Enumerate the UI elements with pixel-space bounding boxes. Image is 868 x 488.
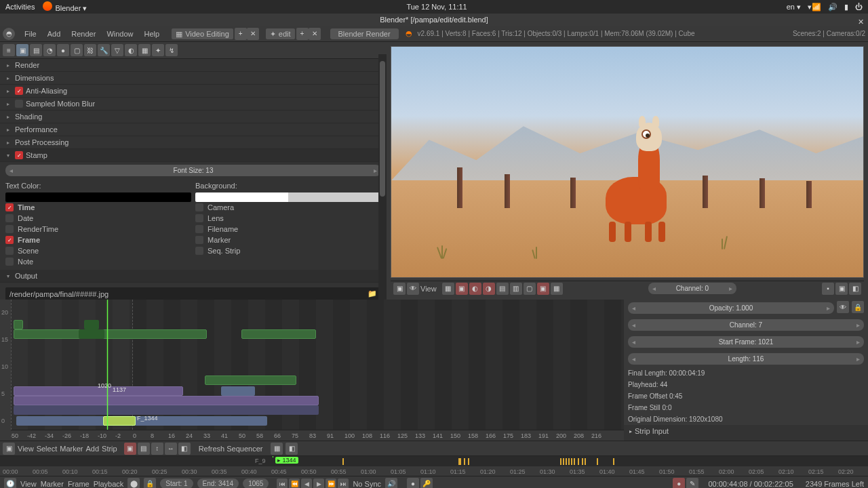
seq-strip-menu[interactable]: Strip: [102, 445, 117, 453]
layout-del-icon[interactable]: ✕: [247, 28, 259, 40]
jump-start-icon[interactable]: ⏮: [277, 479, 288, 489]
tl-lock-icon[interactable]: 🔒: [144, 478, 156, 489]
tl-frame-menu[interactable]: Frame: [68, 480, 90, 488]
timeline-marker[interactable]: [566, 458, 567, 465]
tab-layers-icon[interactable]: ▤: [30, 44, 42, 56]
timeline-marker[interactable]: [574, 458, 575, 465]
seq-disp-icon-2[interactable]: ▤: [138, 443, 150, 455]
tl-playback-menu[interactable]: Playback: [94, 480, 124, 488]
timeline-marker[interactable]: [582, 458, 583, 465]
tl-rec-icon[interactable]: ⬤: [127, 478, 140, 489]
tl-ruler[interactable]: 00:0000:0500:1000:1500:2000:2500:3000:35…: [0, 466, 868, 476]
output-path-field[interactable]: /render/pampa/final/#####.jpg 📁: [5, 287, 381, 300]
strip-selected[interactable]: [103, 416, 136, 426]
seq-view-menu[interactable]: View: [18, 445, 34, 453]
layout-add-icon[interactable]: +: [235, 28, 247, 40]
seq-ruler[interactable]: -50-42-34-26-18-10-208162433415058667583…: [11, 430, 624, 441]
end-frame-field[interactable]: End: 3414: [197, 479, 239, 488]
keyframe-next-icon[interactable]: ⏩: [326, 479, 336, 489]
network-icon[interactable]: ▾📶: [808, 3, 821, 12]
panel-post-processing[interactable]: ▸Post Processing: [0, 136, 387, 149]
eye-icon[interactable]: 👁: [407, 283, 419, 295]
scene-select[interactable]: ✦ edit: [266, 28, 295, 39]
menu-add[interactable]: Add: [42, 30, 66, 38]
start-frame-field[interactable]: Start: 1: [160, 479, 193, 488]
safe-mode-icon[interactable]: ▢: [524, 283, 536, 295]
tab-render-icon[interactable]: ≡: [3, 44, 15, 56]
timeline-marker[interactable]: [460, 458, 461, 465]
img-mode-icon[interactable]: ▣: [456, 283, 468, 295]
tab-data-icon[interactable]: ▽: [111, 44, 123, 56]
timeline-marker[interactable]: [560, 458, 561, 465]
layout-select[interactable]: ▦ Video Editing: [172, 28, 233, 39]
tl-editor-type-icon[interactable]: 🕐: [4, 478, 16, 489]
timeline-marker[interactable]: [578, 458, 579, 465]
tab-world-icon[interactable]: ●: [57, 44, 69, 56]
stamp-filename-checkbox[interactable]: Filename: [195, 224, 381, 235]
editor-type-icon[interactable]: ▣: [393, 283, 406, 295]
menu-file[interactable]: File: [19, 30, 42, 38]
channel-slider[interactable]: Channel: 0: [648, 283, 736, 294]
mode-icon-9[interactable]: ▦: [551, 283, 563, 295]
close-icon[interactable]: ✕: [858, 16, 864, 28]
start-frame-field[interactable]: Start Frame: 1021: [628, 336, 864, 348]
background-swatch[interactable]: [195, 192, 381, 202]
rec-btn-icon[interactable]: ●: [673, 478, 685, 489]
battery-icon[interactable]: ▮: [844, 3, 848, 12]
font-size-slider[interactable]: Font Size: 13: [5, 165, 381, 176]
timeline-marker[interactable]: [585, 458, 586, 465]
panel-shading[interactable]: ▸Shading: [0, 110, 387, 123]
length-field[interactable]: Length: 116: [628, 353, 864, 365]
tab-material-icon[interactable]: ◐: [125, 44, 137, 56]
menu-window[interactable]: Window: [101, 30, 138, 38]
panel-sampled-motion-blur[interactable]: ▸Sampled Motion Blur: [0, 98, 387, 110]
tl-view-menu[interactable]: View: [20, 480, 37, 488]
seq-add-menu[interactable]: Add: [85, 445, 99, 453]
tool-icon[interactable]: ✎: [686, 478, 698, 489]
tab-physics-icon[interactable]: ↯: [165, 44, 178, 56]
seq-btn-a-icon[interactable]: ▦: [271, 443, 283, 455]
text-color-swatch[interactable]: [5, 192, 191, 202]
opacity-eye-icon[interactable]: 👁: [837, 301, 849, 313]
play-icon[interactable]: ▶: [313, 479, 324, 489]
prev-btn-a-icon[interactable]: ▪: [822, 283, 834, 295]
power-icon[interactable]: ⏻: [855, 3, 863, 11]
panel-dimensions[interactable]: ▸Dimensions: [0, 72, 387, 85]
tab-particles-icon[interactable]: ✦: [152, 44, 164, 56]
strip-top-2[interactable]: [84, 320, 99, 329]
timeline-marker[interactable]: [597, 458, 598, 465]
timeline-marker[interactable]: [568, 458, 570, 465]
prev-btn-b-icon[interactable]: ▣: [835, 283, 848, 295]
properties-scrollbar[interactable]: [378, 54, 387, 300]
opacity-slider[interactable]: Opacity: 1.000: [628, 302, 834, 314]
folder-icon[interactable]: 📁: [368, 289, 377, 298]
strip-audio-3[interactable]: [241, 329, 316, 339]
panel-stamp[interactable]: ▾✓Stamp: [0, 149, 387, 162]
stamp-rendertime-checkbox[interactable]: RenderTime: [5, 224, 191, 235]
playhead[interactable]: [107, 300, 108, 430]
strip-input-panel[interactable]: ▸Strip Input: [624, 425, 868, 437]
strip-audio-2[interactable]: [79, 329, 104, 339]
activities-button[interactable]: Activities: [5, 3, 35, 11]
refresh-sequencer-button[interactable]: Refresh Sequencer: [199, 445, 263, 453]
strip-top[interactable]: [14, 320, 23, 329]
tab-texture-icon[interactable]: ▦: [138, 44, 151, 56]
seq-btn-b-icon[interactable]: ◧: [285, 443, 298, 455]
volume-icon[interactable]: 🔊: [828, 3, 837, 12]
timeline-marker[interactable]: [563, 458, 564, 465]
tab-scene-icon[interactable]: ◔: [43, 44, 56, 56]
seq-disp-icon-3[interactable]: ↕: [151, 443, 163, 455]
key-type-icon[interactable]: 🔑: [420, 478, 433, 489]
panel-performance[interactable]: ▸Performance: [0, 123, 387, 136]
sequencer-timeline[interactable]: F_1344 1020 1137 -50-42-34-26-18-10-2081…: [11, 300, 624, 441]
seq-disp-icon-5[interactable]: ◧: [178, 443, 191, 455]
tl-marker-menu[interactable]: Marker: [41, 480, 64, 488]
channel-field[interactable]: Channel: 7: [628, 319, 864, 331]
filter-panel[interactable]: ▸Filter: [624, 437, 868, 441]
autokey-icon[interactable]: ●: [407, 478, 419, 489]
timeline-marker[interactable]: [468, 458, 469, 465]
blender-icon[interactable]: ◓: [3, 28, 15, 40]
strip-vid-1b[interactable]: [221, 386, 255, 396]
stamp-seq. strip-checkbox[interactable]: Seq. Strip: [195, 245, 381, 256]
chroma-mode-icon[interactable]: ◑: [483, 283, 495, 295]
